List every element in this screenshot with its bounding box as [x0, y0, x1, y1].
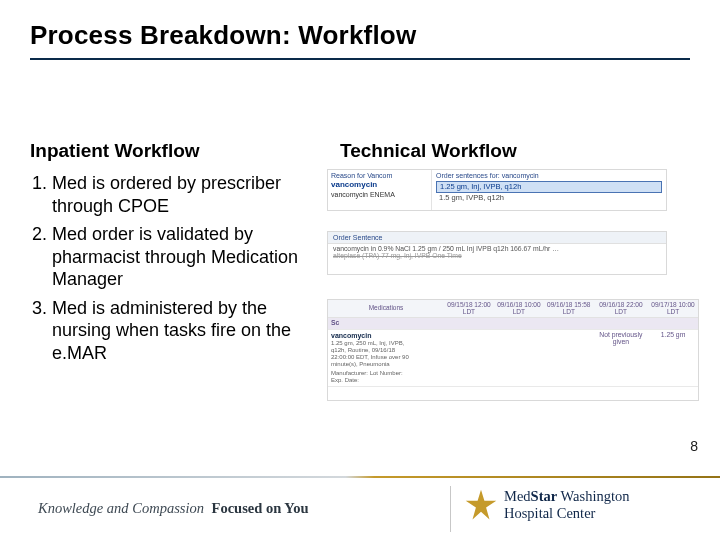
col-head: 09/16/18 22:00 LDT: [594, 300, 648, 318]
footer-logo: MedStar Washington Hospital Center: [464, 486, 704, 532]
footer-tagline: Knowledge and Compassion Focused on You: [38, 500, 309, 517]
brand-star: Star: [531, 488, 558, 504]
footer: Knowledge and Compassion Focused on You …: [0, 476, 720, 540]
shot1-right-panel: Order sentences for: vancomycin 1.25 gm,…: [432, 170, 666, 210]
screenshot-emar: Medications 09/15/18 12:00 LDT 09/16/18 …: [328, 300, 698, 400]
left-heading: Inpatient Workflow: [30, 140, 330, 162]
med-cell: vancomycin 1.25 gm, 250 mL, Inj, IVPB, q…: [328, 329, 444, 386]
section-label: Sc: [328, 318, 698, 330]
slide: Process Breakdown: Workflow Inpatient Wo…: [0, 0, 720, 540]
col-head: Medications: [328, 300, 444, 318]
slide-title: Process Breakdown: Workflow: [30, 20, 416, 51]
table-row: 1.5 gm, IVPB, q12h: [436, 194, 662, 202]
title-underline: [30, 58, 690, 60]
star-icon: [464, 488, 498, 522]
table-row: 1.25 gm, Inj, IVPB, q12h: [436, 181, 662, 193]
col-head: 09/16/18 15:58 LDT: [544, 300, 594, 318]
brand-text: MedStar Washington Hospital Center: [504, 488, 629, 521]
table-row: vancomycin 1.25 gm, 250 mL, Inj, IVPB, q…: [328, 329, 698, 386]
emar-cell: Not previously given: [594, 329, 648, 386]
col-head: 09/15/18 12:00 LDT: [444, 300, 494, 318]
emar-cell: [444, 329, 494, 386]
emar-cell: [494, 329, 544, 386]
page-number: 8: [690, 438, 698, 454]
inpatient-list: Med is ordered by prescriber through CPO…: [30, 172, 330, 364]
med-detail: minute(s), Pneumonia: [331, 361, 441, 368]
drug-name: vancomycin: [331, 332, 441, 340]
table-header-row: Medications 09/15/18 12:00 LDT 09/16/18 …: [328, 300, 698, 318]
brand-med: Med: [504, 488, 531, 504]
right-heading: Technical Workflow: [340, 140, 517, 162]
list-item: Med is administered by the nursing when …: [52, 297, 330, 365]
screenshot-order-sentence-detail: Order Sentence vancomycin in 0.9% NaCl 1…: [328, 232, 666, 274]
emar-table: Medications 09/15/18 12:00 LDT 09/16/18 …: [328, 300, 698, 387]
table-section: Sc: [328, 318, 698, 330]
emar-cell: 1.25 gm: [648, 329, 698, 386]
brand-hospital-center: Hospital Center: [504, 505, 595, 521]
med-detail: Exp. Date:: [331, 377, 441, 384]
footer-vertical-divider: [450, 486, 451, 532]
shot2-head: Order Sentence: [328, 232, 666, 244]
table-row-struck: alteplase (TPA) 77 mg, Inj, IVPB One Tim…: [333, 253, 661, 260]
reason-label: Reason for Vancom: [331, 172, 428, 179]
med-detail: 1.25 gm, 250 mL, Inj, IVPB,: [331, 340, 441, 347]
shot2-lines: vancomycin in 0.9% NaCl 1.25 gm / 250 mL…: [328, 244, 666, 262]
shot1-left-panel: Reason for Vancom vancomycin vancomycin …: [328, 170, 432, 210]
brand-washington: Washington: [557, 488, 629, 504]
col-head: 09/17/18 10:00 LDT: [648, 300, 698, 318]
drug-name: vancomycin ENEMA: [331, 191, 428, 198]
col-head: 09/16/18 10:00 LDT: [494, 300, 544, 318]
med-detail: Manufacturer: Lot Number:: [331, 370, 441, 377]
left-column: Inpatient Workflow Med is ordered by pre…: [30, 140, 330, 370]
list-item: Med is ordered by prescriber through CPO…: [52, 172, 330, 217]
screenshot-order-sentences: Reason for Vancom vancomycin vancomycin …: [328, 170, 666, 210]
sentences-label: Order sentences for: vancomycin: [436, 172, 662, 179]
med-detail: 22:00:00 EDT, Infuse over 90: [331, 354, 441, 361]
tagline-bold: Focused on You: [212, 500, 309, 516]
svg-marker-0: [466, 490, 497, 520]
emar-cell: [544, 329, 594, 386]
list-item: Med order is validated by pharmacist thr…: [52, 223, 330, 291]
tagline-italic: Knowledge and Compassion: [38, 500, 204, 516]
med-detail: q12h, Routine, 09/16/18: [331, 347, 441, 354]
drug-name: vancomycin: [331, 181, 428, 189]
footer-divider: [0, 476, 720, 478]
